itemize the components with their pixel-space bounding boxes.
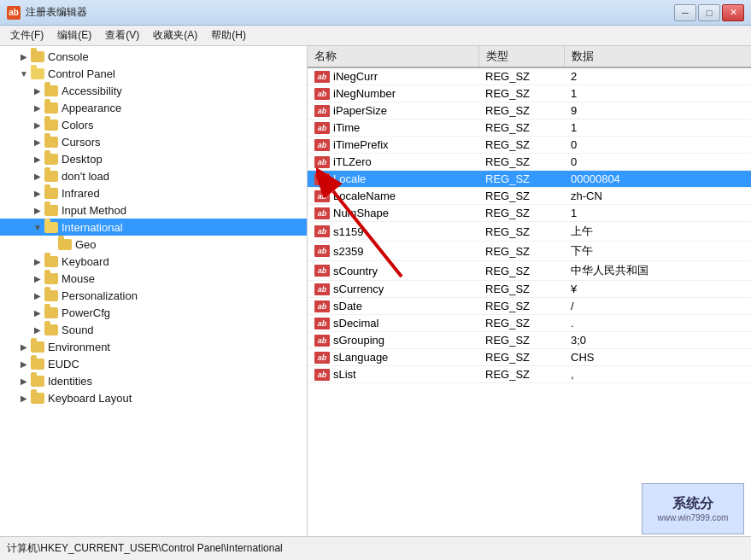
registry-row[interactable]: abiTLZeroREG_SZ0 bbox=[308, 154, 751, 171]
tree-item-label: Geo bbox=[75, 238, 97, 251]
tree-item-label: Desktop bbox=[62, 153, 103, 166]
col-header-data[interactable]: 数据 bbox=[564, 46, 751, 67]
menu-file[interactable]: 文件(F) bbox=[3, 26, 50, 44]
tree-item-label: Accessibility bbox=[62, 85, 122, 97]
tree-arrow-icon: ▶ bbox=[31, 323, 44, 336]
tree-item[interactable]: ▶Identities bbox=[0, 372, 307, 389]
tree-item[interactable]: Geo bbox=[0, 236, 307, 253]
registry-table: 名称 类型 数据 abiNegCurrREG_SZ2abiNegNumberRE… bbox=[308, 46, 751, 383]
registry-type-cell: REG_SZ bbox=[478, 137, 564, 154]
folder-icon bbox=[44, 256, 58, 267]
tree-arrow-icon: ▶ bbox=[31, 289, 44, 302]
tree-item-label: Keyboard Layout bbox=[48, 392, 132, 405]
registry-data-cell: 00000804 bbox=[564, 171, 751, 188]
folder-icon bbox=[31, 376, 44, 387]
registry-type-cell: REG_SZ bbox=[478, 102, 564, 120]
registry-row[interactable]: abiNegCurrREG_SZ2 bbox=[308, 67, 751, 85]
registry-row[interactable]: absGroupingREG_SZ3;0 bbox=[308, 332, 751, 349]
tree-item[interactable]: ▶Infrared bbox=[0, 184, 307, 201]
tree-item-label: Environment bbox=[48, 341, 110, 353]
tree-arrow-icon: ▶ bbox=[31, 169, 44, 183]
close-button[interactable]: ✕ bbox=[722, 4, 744, 21]
folder-icon bbox=[58, 239, 72, 250]
tree-item[interactable]: ▶Mouse bbox=[0, 270, 307, 287]
reg-type-icon: ab bbox=[314, 122, 330, 134]
registry-row[interactable]: abiPaperSizeREG_SZ9 bbox=[308, 102, 751, 120]
registry-row[interactable]: abNumShapeREG_SZ1 bbox=[308, 205, 751, 222]
registry-data-cell: 3;0 bbox=[564, 332, 751, 349]
folder-icon bbox=[44, 205, 58, 216]
tree-arrow-icon: ▶ bbox=[31, 203, 44, 217]
registry-row[interactable]: absCountryREG_SZ中华人民共和国 bbox=[308, 261, 751, 281]
registry-name: iTimePrefix bbox=[333, 138, 389, 151]
registry-name-cell: abiNegNumber bbox=[308, 85, 478, 102]
registry-row[interactable]: abs2359REG_SZ下午 bbox=[308, 242, 751, 261]
tree-item[interactable]: ▶Accessibility bbox=[0, 82, 307, 99]
tree-item[interactable]: ▼Control Panel bbox=[0, 65, 307, 82]
reg-type-icon: ab bbox=[314, 245, 330, 257]
tree-item[interactable]: ▶don't load bbox=[0, 167, 307, 184]
reg-type-icon: ab bbox=[314, 283, 330, 295]
tree-item[interactable]: ▶PowerCfg bbox=[0, 304, 307, 321]
minimize-button[interactable]: ─ bbox=[674, 4, 696, 21]
tree-item-label: Keyboard bbox=[62, 255, 109, 268]
tree-item[interactable]: ▶EUDC bbox=[0, 355, 307, 372]
reg-type-icon: ab bbox=[314, 190, 330, 202]
registry-row[interactable]: abiTimeREG_SZ1 bbox=[308, 120, 751, 137]
tree-item[interactable]: ▶Console bbox=[0, 48, 307, 65]
tree-item[interactable]: ▶Cursors bbox=[0, 133, 307, 150]
registry-row[interactable]: absListREG_SZ, bbox=[308, 366, 751, 383]
menu-help[interactable]: 帮助(H) bbox=[204, 26, 253, 44]
tree-item[interactable]: ▶Personalization bbox=[0, 287, 307, 304]
tree-item[interactable]: ▶Environment bbox=[0, 338, 307, 355]
col-header-name[interactable]: 名称 bbox=[308, 46, 478, 67]
folder-icon bbox=[31, 51, 44, 62]
registry-row[interactable]: abs1159REG_SZ上午 bbox=[308, 222, 751, 242]
tree-item-label: PowerCfg bbox=[62, 306, 110, 319]
registry-row[interactable]: abLocaleNameREG_SZzh-CN bbox=[308, 188, 751, 205]
registry-name: NumShape bbox=[333, 207, 389, 219]
registry-name-cell: abiTimePrefix bbox=[308, 137, 478, 154]
tree-item[interactable]: ▶Sound bbox=[0, 321, 307, 338]
registry-data-cell: 下午 bbox=[564, 242, 751, 261]
registry-type-cell: REG_SZ bbox=[478, 332, 564, 349]
menu-view[interactable]: 查看(V) bbox=[98, 26, 146, 44]
tree-item[interactable]: ▶Keyboard Layout bbox=[0, 389, 307, 406]
registry-row[interactable]: absCurrencyREG_SZ¥ bbox=[308, 281, 751, 298]
tree-item[interactable]: ▶Desktop bbox=[0, 150, 307, 167]
registry-row[interactable]: absLanguageREG_SZCHS bbox=[308, 349, 751, 366]
reg-type-icon: ab bbox=[314, 207, 330, 219]
menu-edit[interactable]: 编辑(E) bbox=[50, 26, 98, 44]
registry-name-cell: absLanguage bbox=[308, 349, 478, 366]
tree-item[interactable]: ▶Input Method bbox=[0, 201, 307, 219]
tree-item-label: don't load bbox=[62, 170, 109, 183]
folder-icon bbox=[31, 359, 44, 370]
registry-name: sDate bbox=[333, 300, 362, 312]
registry-name: iTLZero bbox=[333, 155, 372, 168]
reg-type-icon: ab bbox=[314, 156, 330, 168]
registry-panel[interactable]: 名称 类型 数据 abiNegCurrREG_SZ2abiNegNumberRE… bbox=[308, 46, 751, 536]
tree-arrow-icon: ▶ bbox=[17, 340, 31, 353]
tree-item[interactable]: ▼International bbox=[0, 219, 307, 236]
registry-row[interactable]: absDecimalREG_SZ. bbox=[308, 315, 751, 332]
registry-row[interactable]: abiNegNumberREG_SZ1 bbox=[308, 85, 751, 102]
registry-type-cell: REG_SZ bbox=[478, 366, 564, 383]
registry-row[interactable]: abLocaleREG_SZ00000804 bbox=[308, 171, 751, 188]
col-header-type[interactable]: 类型 bbox=[478, 46, 564, 67]
tree-item[interactable]: ▶Appearance bbox=[0, 99, 307, 116]
registry-row[interactable]: absDateREG_SZ/ bbox=[308, 298, 751, 315]
registry-data-cell: 2 bbox=[564, 67, 751, 85]
registry-type-cell: REG_SZ bbox=[478, 222, 564, 242]
tree-item-label: Cursors bbox=[62, 136, 101, 149]
tree-item[interactable]: ▶Keyboard bbox=[0, 253, 307, 270]
reg-type-icon: ab bbox=[314, 71, 330, 83]
registry-name: sCountry bbox=[333, 265, 378, 277]
menu-favorites[interactable]: 收藏夹(A) bbox=[146, 26, 204, 44]
restore-button[interactable]: □ bbox=[698, 4, 720, 21]
tree-item-label: Appearance bbox=[62, 102, 121, 114]
tree-item[interactable]: ▶Colors bbox=[0, 116, 307, 133]
tree-item-label: Control Panel bbox=[48, 67, 115, 80]
registry-row[interactable]: abiTimePrefixREG_SZ0 bbox=[308, 137, 751, 154]
tree-panel[interactable]: ▶Console▼Control Panel▶Accessibility▶App… bbox=[0, 46, 308, 536]
registry-data-cell: 1 bbox=[564, 120, 751, 137]
